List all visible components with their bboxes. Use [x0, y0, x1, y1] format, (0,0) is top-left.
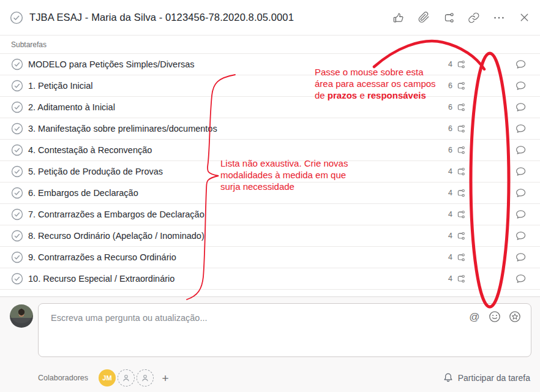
subtask-row[interactable]: 7. Contrarrazões a Embargos de Declaraçã…	[0, 204, 540, 225]
subtask-complete-icon[interactable]	[11, 273, 23, 285]
copy-link-button[interactable]	[467, 10, 481, 25]
subtask-complete-icon[interactable]	[11, 208, 23, 221]
subtask-list: MODELO para Petições Simples/Diversas 4	[0, 53, 540, 290]
comment-bubble-icon[interactable]	[515, 166, 527, 178]
subtask-complete-icon[interactable]	[11, 80, 23, 92]
collaborators-label: Colaboradores	[38, 374, 88, 382]
comment-bubble-icon[interactable]	[515, 252, 527, 263]
collaborator-avatar[interactable]: JM	[99, 369, 116, 386]
comment-bubble-icon[interactable]	[515, 102, 527, 113]
subtask-row-meta: 4	[448, 59, 527, 70]
thumbs-up-icon	[392, 11, 405, 24]
comment-bubble-icon[interactable]	[515, 230, 527, 242]
more-actions-button[interactable]	[492, 10, 506, 25]
subtask-branch-icon	[456, 167, 466, 177]
close-button[interactable]	[517, 10, 531, 25]
subtask-row-meta: 4	[448, 252, 527, 263]
header-actions	[391, 10, 531, 25]
subtask-title[interactable]: 7. Contrarrazões a Embargos de Declaraçã…	[28, 209, 204, 219]
subtask-row-meta: 4	[448, 230, 527, 242]
subtask-row[interactable]: MODELO para Petições Simples/Diversas 4	[0, 54, 540, 75]
comment-bubble-icon[interactable]	[515, 80, 527, 92]
comment-input-box[interactable]: Escreva uma pergunta ou atualização... @	[38, 303, 531, 357]
comment-input[interactable]: Escreva uma pergunta ou atualização...	[51, 313, 208, 323]
subtask-complete-icon[interactable]	[11, 101, 23, 113]
comment-bubble-icon[interactable]	[515, 59, 527, 70]
join-task-button[interactable]: Participar da tarefa	[443, 372, 530, 383]
comment-bubble-icon[interactable]	[515, 187, 527, 199]
subtask-row[interactable]: 1. Petição Inicial 6	[0, 75, 540, 97]
subtask-row-meta: 4	[448, 209, 527, 221]
subtask-complete-icon[interactable]	[11, 123, 23, 135]
subtask-complete-icon[interactable]	[11, 230, 23, 242]
paperclip-icon	[418, 11, 430, 24]
subtask-branch-icon	[456, 231, 466, 241]
subtask-complete-icon[interactable]	[11, 144, 23, 156]
collaborator-placeholder[interactable]	[118, 369, 135, 386]
subtask-count: 6	[448, 103, 452, 111]
emoji-icon[interactable]	[489, 311, 501, 323]
collaborators-bar: Colaboradores JM + Partic	[0, 367, 540, 389]
person-icon	[140, 373, 150, 383]
subtask-row-meta: 6	[448, 145, 527, 156]
subtask-title[interactable]: 8. Recurso Ordinário (Apelação / Inomina…	[28, 231, 204, 241]
ellipsis-icon	[492, 11, 506, 24]
close-icon	[518, 11, 531, 24]
subtask-branch-icon	[456, 274, 466, 284]
task-header: TJBA ESAJ - Maria da Silva - 0123456-78.…	[0, 0, 540, 36]
subtask-title[interactable]: 1. Petição Inicial	[28, 81, 93, 91]
subtask-branch-icon	[456, 124, 466, 134]
subtask-row[interactable]: 8. Recurso Ordinário (Apelação / Inomina…	[0, 225, 540, 247]
subtask-complete-icon[interactable]	[11, 165, 23, 178]
subtask-row[interactable]: 9. Contrarrazões a Recurso Ordinário 4	[0, 247, 540, 268]
add-collaborator-button[interactable]: +	[159, 372, 171, 384]
attach-button[interactable]	[416, 10, 431, 25]
bell-icon	[443, 372, 454, 383]
subtask-title[interactable]: MODELO para Petições Simples/Diversas	[28, 59, 195, 69]
subtask-complete-icon[interactable]	[11, 251, 23, 263]
subtask-row-meta: 6	[448, 102, 527, 113]
subtask-row-meta: 4	[448, 273, 527, 285]
appreciation-star-icon[interactable]	[509, 311, 521, 323]
subtasks-icon	[442, 11, 456, 24]
comment-bubble-icon[interactable]	[515, 273, 527, 285]
comment-bubble-icon[interactable]	[515, 209, 527, 221]
current-user-avatar[interactable]	[10, 304, 33, 328]
subtask-title[interactable]: 5. Petição de Produção de Provas	[28, 167, 163, 176]
subtask-title[interactable]: 9. Contrarrazões a Recurso Ordinário	[28, 252, 176, 262]
subtask-row[interactable]: 3. Manifestação sobre preliminares/docum…	[0, 118, 540, 140]
subtask-title[interactable]: 2. Aditamento à Inicial	[28, 102, 115, 112]
task-title: TJBA ESAJ - Maria da Silva - 0123456-78.…	[29, 12, 294, 23]
join-task-label: Participar da tarefa	[458, 373, 530, 383]
subtask-branch-icon	[456, 252, 466, 263]
subtask-count: 4	[448, 232, 452, 240]
subtask-row-meta: 6	[448, 123, 527, 135]
subtask-title[interactable]: 3. Manifestação sobre preliminares/docum…	[28, 124, 217, 134]
subtask-row-meta: 6	[448, 80, 527, 92]
subtask-title[interactable]: 4. Contestação à Reconvenção	[28, 145, 152, 155]
subtask-count: 6	[448, 81, 452, 90]
subtask-count: 4	[448, 167, 452, 176]
subtask-complete-icon[interactable]	[11, 187, 23, 199]
subtask-title[interactable]: 6. Embargos de Declaração	[28, 188, 138, 198]
subtask-count: 4	[448, 210, 452, 219]
subtask-count: 4	[448, 274, 452, 283]
subtask-row[interactable]: 2. Aditamento à Inicial 6	[0, 97, 540, 118]
like-button[interactable]	[391, 10, 406, 25]
subtask-row[interactable]: 4. Contestação à Reconvenção 6	[0, 140, 540, 161]
subtask-title[interactable]: 10. Recurso Especial / Extraordinário	[28, 274, 174, 284]
collaborator-placeholder[interactable]	[137, 369, 154, 386]
subtask-branch-icon	[456, 145, 466, 156]
comment-bubble-icon[interactable]	[515, 145, 527, 156]
subtask-row[interactable]: 10. Recurso Especial / Extraordinário 4	[0, 268, 540, 290]
comment-toolbar: @	[468, 311, 521, 323]
subtask-branch-icon	[456, 209, 466, 220]
subtask-complete-icon[interactable]	[11, 58, 23, 70]
mention-icon[interactable]: @	[468, 311, 481, 323]
task-complete-icon[interactable]	[10, 11, 23, 24]
subtask-count: 4	[448, 189, 452, 197]
comment-bubble-icon[interactable]	[515, 123, 527, 135]
subtask-row[interactable]: 5. Petição de Produção de Provas 4	[0, 161, 540, 183]
subtasks-button[interactable]	[441, 10, 456, 25]
subtask-row[interactable]: 6. Embargos de Declaração 4	[0, 183, 540, 204]
